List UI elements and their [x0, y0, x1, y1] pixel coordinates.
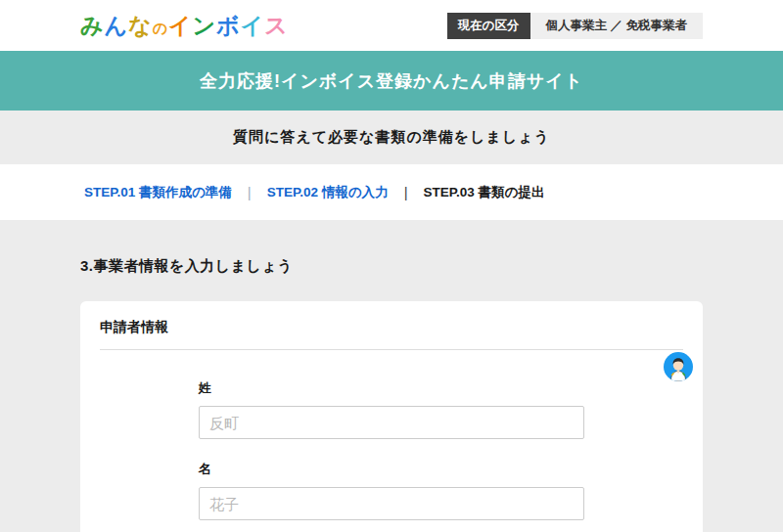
- logo-char: ス: [264, 13, 289, 38]
- steps-nav: STEP.01 書類作成の準備 | STEP.02 情報の入力 | STEP.0…: [0, 164, 783, 220]
- step-03-current: STEP.03 書類の提出: [420, 184, 549, 201]
- step-divider-1: |: [248, 184, 252, 200]
- site-logo[interactable]: みんなのインボイス: [80, 11, 289, 41]
- logo-char: み: [80, 13, 105, 38]
- last-name-input[interactable]: [199, 406, 584, 439]
- notice-text: 質問に答えて必要な書類の準備をしましょう: [233, 128, 550, 147]
- section-title: 3.事業者情報を入力しましょう: [80, 257, 703, 276]
- logo-char: イ: [168, 13, 193, 38]
- applicant-info-card: 申請者情報 姓: [80, 301, 703, 532]
- step-01-link[interactable]: STEP.01 書類作成の準備: [80, 184, 236, 201]
- first-name-label: 名: [199, 461, 584, 478]
- logo-char: ボ: [216, 13, 241, 38]
- first-name-input[interactable]: [199, 487, 584, 520]
- hero-banner: 全力応援!インボイス登録かんたん申請サイト: [0, 51, 783, 111]
- site-header: みんなのインボイス 現在の区分 個人事業主 ／ 免税事業者: [0, 0, 783, 51]
- logo-char: の: [153, 20, 168, 36]
- hero-banner-title: 全力応援!インボイス登録かんたん申請サイト: [200, 69, 583, 93]
- division-label-badge: 現在の区分: [447, 13, 530, 39]
- person-avatar-icon: [664, 352, 693, 381]
- logo-char: ン: [193, 13, 217, 38]
- helper-avatar-button[interactable]: [664, 352, 693, 381]
- logo-char: ん: [105, 13, 129, 38]
- step-02-link[interactable]: STEP.02 情報の入力: [263, 184, 392, 201]
- main-area: 3.事業者情報を入力しましょう 申請者情報: [0, 220, 783, 532]
- current-division-badges: 現在の区分 個人事業主 ／ 免税事業者: [447, 13, 703, 39]
- logo-char: な: [128, 13, 153, 38]
- logo-char: イ: [241, 13, 265, 38]
- last-name-label: 姓: [199, 379, 584, 397]
- notice-bar: 質問に答えて必要な書類の準備をしましょう: [0, 111, 783, 164]
- step-divider-2: |: [404, 184, 408, 200]
- division-value-badge: 個人事業主 ／ 免税事業者: [530, 13, 703, 39]
- applicant-form: 姓 名 姓フリガナ: [199, 350, 584, 532]
- card-heading: 申請者情報: [100, 319, 683, 336]
